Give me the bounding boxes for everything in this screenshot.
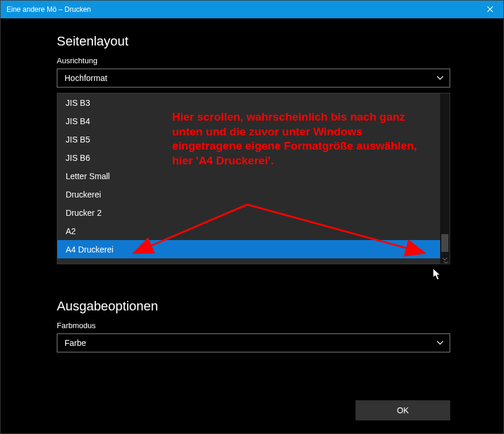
scrollbar-thumb[interactable] xyxy=(441,234,448,252)
list-item[interactable]: Druckerei xyxy=(57,185,450,203)
chevron-down-icon xyxy=(437,74,444,82)
colormode-label: Farbmodus xyxy=(57,321,450,330)
window-close-button[interactable] xyxy=(476,1,503,18)
window-title: Eine andere Mö – Drucken xyxy=(7,5,91,14)
chevron-down-icon xyxy=(437,339,444,347)
orientation-label: Ausrichtung xyxy=(57,56,450,65)
dialog-content: Seitenlayout Ausrichtung Hochformat JIS … xyxy=(1,18,503,433)
orientation-combobox[interactable]: Hochformat xyxy=(57,69,450,88)
list-item[interactable]: Letter Small xyxy=(57,167,450,185)
output-options-section: Ausgabeoptionen Farbmodus Farbe xyxy=(57,299,450,352)
print-dialog-window: Eine andere Mö – Drucken Seitenlayout Au… xyxy=(0,0,504,434)
orientation-value: Hochformat xyxy=(64,73,107,83)
section-heading-output: Ausgabeoptionen xyxy=(57,299,450,314)
list-item[interactable]: Drucker 2 xyxy=(57,203,450,222)
colormode-combobox[interactable]: Farbe xyxy=(57,333,450,352)
titlebar: Eine andere Mö – Drucken xyxy=(1,1,503,18)
ok-button[interactable]: OK xyxy=(356,400,450,420)
list-item[interactable]: JIS B3 xyxy=(57,93,450,112)
listbox-scrollbar[interactable] xyxy=(440,93,450,264)
mouse-cursor-icon xyxy=(432,268,442,283)
section-heading-layout: Seitenlayout xyxy=(57,34,450,49)
ok-button-label: OK xyxy=(397,406,409,415)
list-item[interactable]: A4 Druckerei xyxy=(57,240,450,258)
colormode-value: Farbe xyxy=(64,338,86,348)
chevron-down-icon xyxy=(443,259,449,265)
annotation-text: Hier scrollen, wahrscheinlich bis nach g… xyxy=(172,110,427,169)
close-icon xyxy=(487,5,493,14)
list-item[interactable]: A2 xyxy=(57,222,450,240)
